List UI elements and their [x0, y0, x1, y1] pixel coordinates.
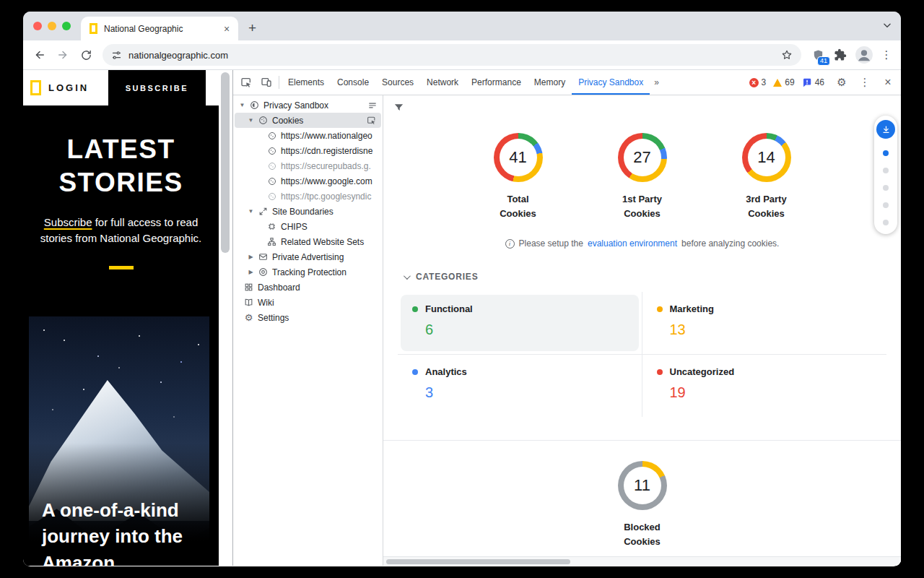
tab-close-icon[interactable]: × — [221, 23, 232, 35]
zoom-window-button[interactable] — [62, 22, 71, 30]
expander-icon[interactable]: ▼ — [248, 117, 254, 124]
page-scrollbar[interactable] — [219, 70, 232, 566]
tree-item-privacy-sandbox[interactable]: ▼ Privacy Sandbox — [233, 98, 383, 113]
tree-item-private-advertising[interactable]: ▶ Private Advertising — [233, 249, 383, 264]
devtools-menu-icon[interactable]: ⋮ — [855, 72, 875, 92]
tree-item-site-boundaries[interactable]: ▼ Site Boundaries — [233, 204, 383, 219]
privacy-sandbox-tree: ▼ Privacy Sandbox ▼ — [233, 95, 383, 566]
expander-icon[interactable]: ▼ — [239, 102, 245, 108]
first-party-cookies-donut[interactable]: 27 — [618, 133, 667, 182]
device-toolbar-icon[interactable] — [256, 72, 276, 92]
total-cookies-donut[interactable]: 41 — [494, 133, 543, 182]
browser-tab[interactable]: National Geographic × — [81, 17, 238, 40]
devtools-close-icon[interactable]: × — [878, 72, 898, 92]
bookmark-star-icon[interactable] — [781, 49, 793, 61]
tree-item-settings[interactable]: ⚙ Settings — [233, 310, 383, 325]
tree-item-cookies[interactable]: ▼ Cookies — [235, 113, 381, 128]
expander-icon[interactable]: ▼ — [248, 208, 254, 215]
toolbar-divider — [279, 76, 279, 89]
section-dot[interactable] — [883, 202, 889, 208]
third-party-cookies-donut[interactable]: 14 — [742, 133, 791, 182]
tree-item-wiki[interactable]: Wiki — [233, 295, 383, 310]
section-dot[interactable] — [883, 220, 889, 225]
section-dot[interactable] — [883, 185, 889, 191]
address-bar[interactable]: nationalgeographic.com — [103, 44, 801, 66]
evaluation-environment-link[interactable]: evaluation environment — [588, 238, 677, 249]
tab-console[interactable]: Console — [331, 70, 375, 95]
cookie-extension-icon[interactable]: 41 — [807, 44, 829, 66]
filter-funnel-icon[interactable] — [393, 102, 404, 113]
subscribe-button[interactable]: SUBSCRIBE — [108, 70, 206, 105]
horizontal-scrollbar-thumb[interactable] — [386, 559, 570, 564]
category-marketing[interactable]: Marketing 13 — [642, 292, 887, 355]
close-window-button[interactable] — [33, 22, 42, 30]
expander-icon[interactable]: ▶ — [248, 269, 254, 275]
issues-count[interactable]: 46 — [802, 77, 824, 87]
minimize-window-button[interactable] — [48, 22, 56, 30]
category-analytics[interactable]: Analytics 3 — [398, 355, 642, 417]
tree-item-cookie-url[interactable]: https://securepubads.g. — [233, 158, 383, 173]
category-functional[interactable]: Functional 6 — [398, 292, 642, 355]
mountain-photo[interactable]: A one-of-a-kind journey into the Amazon — [29, 316, 209, 566]
natgeo-logo[interactable] — [30, 80, 41, 95]
tree-item-chips[interactable]: CHIPS — [233, 219, 383, 234]
inspect-element-icon[interactable] — [236, 72, 256, 92]
tab-network[interactable]: Network — [420, 70, 465, 95]
tab-search-icon[interactable] — [882, 20, 892, 30]
forward-button[interactable] — [52, 44, 74, 66]
category-uncategorized[interactable]: Uncategorized 19 — [642, 355, 887, 417]
natgeo-page: LOGIN SUBSCRIBE LATEST STORIES Subscribe… — [23, 70, 219, 566]
yellow-divider — [109, 266, 134, 269]
sitemap-icon — [266, 236, 277, 247]
devtools-settings-icon[interactable]: ⚙ — [832, 72, 852, 92]
section-dot-active[interactable] — [883, 150, 889, 156]
browser-menu-icon[interactable]: ⋮ — [878, 48, 895, 61]
categories-header[interactable]: CATEGORIES — [383, 272, 901, 282]
issues-icon — [802, 77, 812, 87]
uncategorized-count: 19 — [670, 384, 873, 401]
tab-sources[interactable]: Sources — [375, 70, 420, 95]
tree-item-cookie-url[interactable]: https://cdn.registerdisne — [233, 143, 383, 158]
back-button[interactable] — [29, 44, 51, 66]
story-title[interactable]: A one-of-a-kind journey into the Amazon — [42, 497, 183, 566]
profile-avatar[interactable] — [855, 46, 873, 64]
url-text[interactable]: nationalgeographic.com — [128, 50, 228, 61]
browser-window: National Geographic × + nationalgeograph… — [23, 12, 901, 566]
functional-label: Functional — [425, 303, 473, 314]
site-settings-icon[interactable] — [111, 50, 122, 61]
expander-icon[interactable]: ▶ — [248, 254, 254, 260]
reload-button[interactable] — [75, 44, 97, 66]
analytics-count: 3 — [425, 384, 627, 401]
tree-item-cookie-url[interactable]: https://www.google.com — [233, 173, 383, 189]
blocked-cookies-donut[interactable]: 11 — [618, 461, 667, 510]
error-count[interactable]: × 3 — [749, 77, 767, 87]
tab-elements[interactable]: Elements — [282, 70, 331, 95]
tree-item-cookie-url[interactable]: https://tpc.googlesyndic — [233, 189, 383, 204]
marketing-label: Marketing — [670, 303, 714, 314]
horizontal-scrollbar[interactable] — [383, 556, 901, 566]
functional-count: 6 — [425, 322, 627, 338]
section-dot[interactable] — [883, 168, 889, 173]
subscribe-link[interactable]: Subscribe — [44, 216, 92, 228]
picker-icon[interactable] — [367, 116, 376, 125]
devtools-panel: Elements Console Sources Network Perform… — [232, 70, 901, 566]
warning-count[interactable]: 69 — [773, 77, 794, 87]
natgeo-favicon-icon — [90, 23, 97, 34]
tab-memory[interactable]: Memory — [528, 70, 572, 95]
login-button[interactable]: LOGIN — [48, 82, 89, 93]
blocked-cookies-label: Blocked Cookies — [624, 520, 661, 549]
tree-item-cookie-url[interactable]: https://www.nationalgeo — [233, 128, 383, 143]
tree-item-tracking-protection[interactable]: ▶ Tracking Protection — [233, 264, 383, 280]
scrollbar-thumb[interactable] — [221, 72, 230, 253]
new-tab-button[interactable]: + — [238, 20, 266, 40]
privacy-sandbox-icon — [249, 100, 260, 111]
download-report-button[interactable] — [876, 120, 895, 139]
tree-menu-icon[interactable] — [367, 100, 378, 111]
more-tabs-button[interactable]: » — [650, 70, 663, 95]
dashboard-grid-icon — [243, 282, 254, 293]
tab-privacy-sandbox[interactable]: Privacy Sandbox — [572, 70, 650, 95]
tab-performance[interactable]: Performance — [465, 70, 528, 95]
extensions-puzzle-icon[interactable] — [830, 48, 850, 61]
tree-item-related-website-sets[interactable]: Related Website Sets — [233, 234, 383, 249]
tree-item-dashboard[interactable]: Dashboard — [233, 280, 383, 295]
